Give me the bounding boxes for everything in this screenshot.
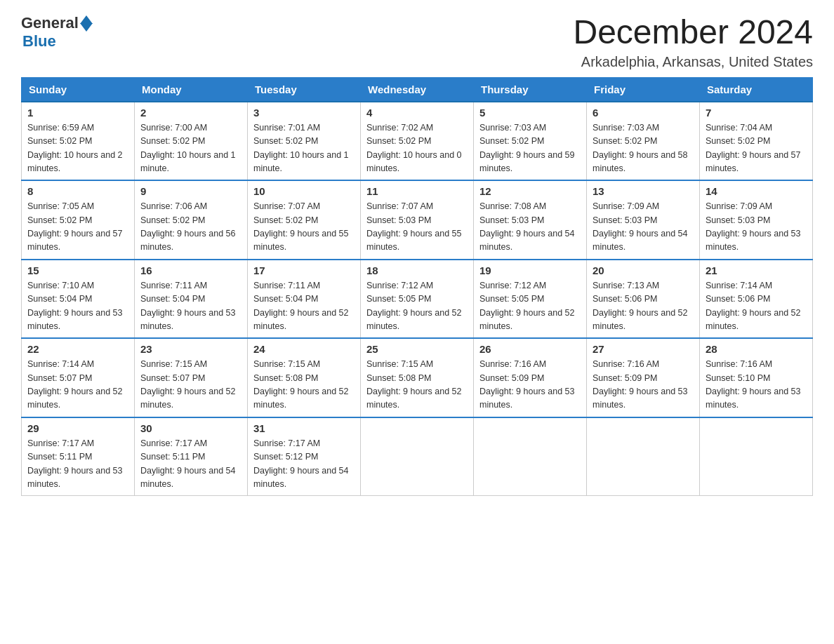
day-info: Sunrise: 7:13 AM Sunset: 5:06 PM Dayligh… bbox=[593, 279, 694, 334]
calendar-cell: 14 Sunrise: 7:09 AM Sunset: 5:03 PM Dayl… bbox=[700, 180, 813, 260]
day-info: Sunrise: 7:15 AM Sunset: 5:08 PM Dayligh… bbox=[366, 358, 468, 412]
day-number: 23 bbox=[140, 343, 241, 355]
day-number: 18 bbox=[366, 264, 468, 276]
day-info: Sunrise: 7:11 AM Sunset: 5:04 PM Dayligh… bbox=[140, 279, 241, 334]
day-number: 6 bbox=[593, 107, 694, 119]
calendar-cell bbox=[361, 417, 474, 496]
day-info: Sunrise: 7:10 AM Sunset: 5:04 PM Dayligh… bbox=[27, 279, 128, 334]
calendar-cell: 24 Sunrise: 7:15 AM Sunset: 5:08 PM Dayl… bbox=[248, 338, 361, 417]
day-info: Sunrise: 6:59 AM Sunset: 5:02 PM Dayligh… bbox=[27, 121, 128, 176]
calendar-cell: 28 Sunrise: 7:16 AM Sunset: 5:10 PM Dayl… bbox=[700, 338, 813, 417]
location-text: Arkadelphia, Arkansas, United States bbox=[573, 54, 813, 70]
day-info: Sunrise: 7:06 AM Sunset: 5:02 PM Dayligh… bbox=[140, 200, 241, 255]
day-info: Sunrise: 7:14 AM Sunset: 5:06 PM Dayligh… bbox=[706, 279, 807, 334]
calendar-cell: 29 Sunrise: 7:17 AM Sunset: 5:11 PM Dayl… bbox=[22, 417, 135, 496]
day-number: 26 bbox=[479, 343, 581, 355]
calendar-week-row: 29 Sunrise: 7:17 AM Sunset: 5:11 PM Dayl… bbox=[22, 417, 813, 496]
day-number: 22 bbox=[27, 343, 128, 355]
day-number: 14 bbox=[706, 185, 807, 197]
day-number: 2 bbox=[140, 107, 241, 119]
calendar-cell: 21 Sunrise: 7:14 AM Sunset: 5:06 PM Dayl… bbox=[700, 260, 813, 339]
calendar-cell: 1 Sunrise: 6:59 AM Sunset: 5:02 PM Dayli… bbox=[22, 102, 135, 181]
day-info: Sunrise: 7:03 AM Sunset: 5:02 PM Dayligh… bbox=[479, 121, 581, 176]
day-number: 12 bbox=[479, 185, 581, 197]
day-number: 29 bbox=[27, 422, 128, 434]
calendar-cell: 5 Sunrise: 7:03 AM Sunset: 5:02 PM Dayli… bbox=[474, 102, 587, 181]
day-number: 21 bbox=[706, 264, 807, 276]
calendar-header-thursday: Thursday bbox=[474, 77, 587, 102]
day-number: 1 bbox=[27, 107, 128, 119]
day-info: Sunrise: 7:15 AM Sunset: 5:08 PM Dayligh… bbox=[253, 358, 355, 412]
day-number: 16 bbox=[140, 264, 241, 276]
calendar-cell bbox=[700, 417, 813, 496]
day-info: Sunrise: 7:05 AM Sunset: 5:02 PM Dayligh… bbox=[27, 200, 128, 255]
day-number: 24 bbox=[253, 343, 355, 355]
day-info: Sunrise: 7:09 AM Sunset: 5:03 PM Dayligh… bbox=[706, 200, 807, 255]
day-number: 5 bbox=[479, 107, 581, 119]
day-info: Sunrise: 7:02 AM Sunset: 5:02 PM Dayligh… bbox=[366, 121, 468, 176]
calendar-header-row: SundayMondayTuesdayWednesdayThursdayFrid… bbox=[22, 77, 813, 102]
calendar-cell: 2 Sunrise: 7:00 AM Sunset: 5:02 PM Dayli… bbox=[135, 102, 248, 181]
day-info: Sunrise: 7:14 AM Sunset: 5:07 PM Dayligh… bbox=[27, 358, 128, 412]
day-number: 9 bbox=[140, 185, 241, 197]
calendar-cell bbox=[474, 417, 587, 496]
calendar-cell: 13 Sunrise: 7:09 AM Sunset: 5:03 PM Dayl… bbox=[587, 180, 700, 260]
calendar-table: SundayMondayTuesdayWednesdayThursdayFrid… bbox=[21, 77, 813, 497]
day-number: 8 bbox=[27, 185, 128, 197]
month-title: December 2024 bbox=[573, 14, 813, 51]
day-number: 15 bbox=[27, 264, 128, 276]
day-info: Sunrise: 7:09 AM Sunset: 5:03 PM Dayligh… bbox=[593, 200, 694, 255]
logo-arrow-down bbox=[80, 23, 93, 32]
day-info: Sunrise: 7:17 AM Sunset: 5:12 PM Dayligh… bbox=[253, 437, 355, 492]
calendar-cell bbox=[587, 417, 700, 496]
calendar-cell: 15 Sunrise: 7:10 AM Sunset: 5:04 PM Dayl… bbox=[22, 260, 135, 339]
day-info: Sunrise: 7:16 AM Sunset: 5:10 PM Dayligh… bbox=[706, 358, 807, 412]
title-section: December 2024 Arkadelphia, Arkansas, Uni… bbox=[573, 14, 813, 70]
calendar-header-friday: Friday bbox=[587, 77, 700, 102]
day-info: Sunrise: 7:03 AM Sunset: 5:02 PM Dayligh… bbox=[593, 121, 694, 176]
day-info: Sunrise: 7:17 AM Sunset: 5:11 PM Dayligh… bbox=[27, 437, 128, 492]
day-number: 20 bbox=[593, 264, 694, 276]
calendar-header-monday: Monday bbox=[135, 77, 248, 102]
day-number: 19 bbox=[479, 264, 581, 276]
logo: General Blue bbox=[21, 14, 93, 51]
calendar-header-tuesday: Tuesday bbox=[248, 77, 361, 102]
day-number: 27 bbox=[593, 343, 694, 355]
day-info: Sunrise: 7:12 AM Sunset: 5:05 PM Dayligh… bbox=[479, 279, 581, 334]
day-info: Sunrise: 7:01 AM Sunset: 5:02 PM Dayligh… bbox=[253, 121, 355, 176]
page-header: General Blue December 2024 Arkadelphia, … bbox=[21, 14, 813, 70]
day-number: 31 bbox=[253, 422, 355, 434]
calendar-cell: 19 Sunrise: 7:12 AM Sunset: 5:05 PM Dayl… bbox=[474, 260, 587, 339]
calendar-cell: 6 Sunrise: 7:03 AM Sunset: 5:02 PM Dayli… bbox=[587, 102, 700, 181]
calendar-cell: 18 Sunrise: 7:12 AM Sunset: 5:05 PM Dayl… bbox=[361, 260, 474, 339]
day-info: Sunrise: 7:12 AM Sunset: 5:05 PM Dayligh… bbox=[366, 279, 468, 334]
day-number: 10 bbox=[253, 185, 355, 197]
day-number: 7 bbox=[706, 107, 807, 119]
calendar-cell: 9 Sunrise: 7:06 AM Sunset: 5:02 PM Dayli… bbox=[135, 180, 248, 260]
calendar-header-saturday: Saturday bbox=[700, 77, 813, 102]
calendar-cell: 11 Sunrise: 7:07 AM Sunset: 5:03 PM Dayl… bbox=[361, 180, 474, 260]
calendar-week-row: 15 Sunrise: 7:10 AM Sunset: 5:04 PM Dayl… bbox=[22, 260, 813, 339]
day-info: Sunrise: 7:07 AM Sunset: 5:03 PM Dayligh… bbox=[366, 200, 468, 255]
day-number: 3 bbox=[253, 107, 355, 119]
day-info: Sunrise: 7:08 AM Sunset: 5:03 PM Dayligh… bbox=[479, 200, 581, 255]
calendar-header-sunday: Sunday bbox=[22, 77, 135, 102]
calendar-week-row: 8 Sunrise: 7:05 AM Sunset: 5:02 PM Dayli… bbox=[22, 180, 813, 260]
day-info: Sunrise: 7:04 AM Sunset: 5:02 PM Dayligh… bbox=[706, 121, 807, 176]
calendar-cell: 25 Sunrise: 7:15 AM Sunset: 5:08 PM Dayl… bbox=[361, 338, 474, 417]
day-number: 11 bbox=[366, 185, 468, 197]
logo-blue-text: Blue bbox=[22, 32, 56, 51]
calendar-week-row: 1 Sunrise: 6:59 AM Sunset: 5:02 PM Dayli… bbox=[22, 102, 813, 181]
calendar-week-row: 22 Sunrise: 7:14 AM Sunset: 5:07 PM Dayl… bbox=[22, 338, 813, 417]
calendar-cell: 8 Sunrise: 7:05 AM Sunset: 5:02 PM Dayli… bbox=[22, 180, 135, 260]
day-number: 13 bbox=[593, 185, 694, 197]
calendar-cell: 4 Sunrise: 7:02 AM Sunset: 5:02 PM Dayli… bbox=[361, 102, 474, 181]
day-number: 30 bbox=[140, 422, 241, 434]
calendar-cell: 10 Sunrise: 7:07 AM Sunset: 5:02 PM Dayl… bbox=[248, 180, 361, 260]
calendar-cell: 16 Sunrise: 7:11 AM Sunset: 5:04 PM Dayl… bbox=[135, 260, 248, 339]
calendar-cell: 23 Sunrise: 7:15 AM Sunset: 5:07 PM Dayl… bbox=[135, 338, 248, 417]
calendar-cell: 22 Sunrise: 7:14 AM Sunset: 5:07 PM Dayl… bbox=[22, 338, 135, 417]
calendar-cell: 17 Sunrise: 7:11 AM Sunset: 5:04 PM Dayl… bbox=[248, 260, 361, 339]
calendar-cell: 3 Sunrise: 7:01 AM Sunset: 5:02 PM Dayli… bbox=[248, 102, 361, 181]
calendar-cell: 7 Sunrise: 7:04 AM Sunset: 5:02 PM Dayli… bbox=[700, 102, 813, 181]
